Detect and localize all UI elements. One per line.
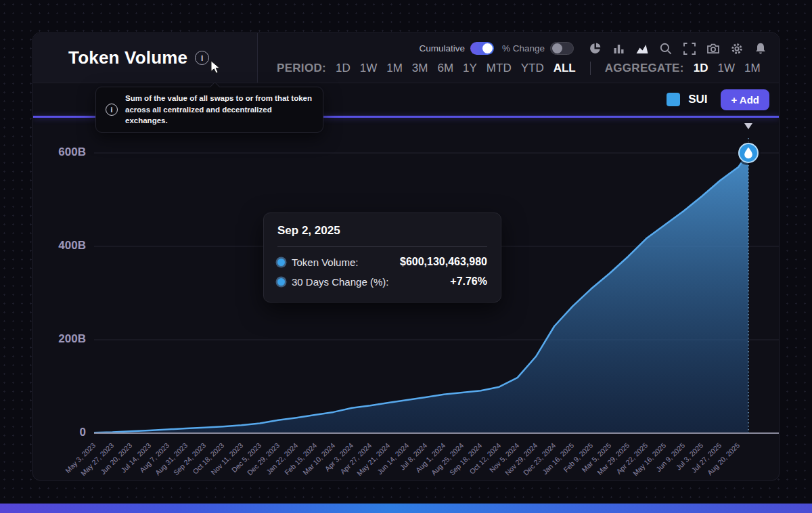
y-axis-label: 200B <box>33 332 86 346</box>
info-icon[interactable]: i <box>195 51 209 65</box>
series-marker-icon <box>277 278 285 286</box>
page-title: Token Volume <box>68 47 187 68</box>
percent-change-toggle[interactable] <box>550 42 574 55</box>
tooltip-row-volume: Token Volume: $600,130,463,980 <box>277 256 487 268</box>
sui-droplet-icon <box>744 147 753 159</box>
y-axis-label: 600B <box>33 146 86 159</box>
aggregate-option-1w[interactable]: 1W <box>717 62 735 75</box>
camera-icon[interactable] <box>706 41 721 56</box>
tooltip-volume-value: $600,130,463,980 <box>400 256 487 268</box>
period-option-1w[interactable]: 1W <box>360 62 378 75</box>
search-icon[interactable] <box>658 41 673 56</box>
bottom-gradient-bar <box>0 504 812 513</box>
add-token-button[interactable]: + Add <box>721 89 769 110</box>
y-axis-label: 0 <box>33 426 86 439</box>
endpoint-marker-triangle <box>744 123 752 129</box>
settings-gear-icon[interactable] <box>729 41 744 56</box>
area-chart-icon[interactable] <box>635 41 650 56</box>
tooltip-row-change: 30 Days Change (%): +7.76% <box>277 275 487 288</box>
aggregate-label: AGGREGATE: <box>605 62 684 75</box>
fullscreen-icon[interactable] <box>682 41 697 56</box>
period-option-1d[interactable]: 1D <box>336 62 351 75</box>
period-option-6m[interactable]: 6M <box>437 62 453 75</box>
bar-chart-icon[interactable] <box>611 41 626 56</box>
token-volume-widget: Token Volume i Cumulative % Change <box>32 32 780 481</box>
period-option-3m[interactable]: 3M <box>412 62 428 75</box>
sui-legend-swatch <box>667 93 680 106</box>
period-aggregate-row: PERIOD: 1D1W1M3M6M1YMTDYTDALL AGGREGATE:… <box>277 62 768 75</box>
tooltip-change-label: 30 Days Change (%): <box>292 276 388 288</box>
percent-change-label: % Change <box>502 43 545 53</box>
period-label: PERIOD: <box>277 62 326 75</box>
title-cell: Token Volume i <box>33 33 258 83</box>
period-option-all[interactable]: ALL <box>554 62 576 75</box>
widget-header: Token Volume i Cumulative % Change <box>33 33 779 83</box>
pie-chart-icon[interactable] <box>587 41 602 56</box>
percent-change-toggle-group: % Change <box>502 42 574 55</box>
cumulative-toggle[interactable] <box>470 42 494 55</box>
chart-toolbar-icons <box>587 41 768 56</box>
info-circle-icon: i <box>106 104 118 116</box>
tooltip-change-value: +7.76% <box>450 275 487 288</box>
period-options: 1D1W1M3M6M1YMTDYTDALL <box>336 62 576 75</box>
header-controls: Cumulative % Change <box>258 33 779 83</box>
period-option-mtd[interactable]: MTD <box>487 62 512 75</box>
period-option-1y[interactable]: 1Y <box>463 62 477 75</box>
y-axis-label: 400B <box>33 239 86 252</box>
period-option-ytd[interactable]: YTD <box>521 62 544 75</box>
period-option-1m[interactable]: 1M <box>386 62 403 75</box>
series-marker-icon <box>277 259 285 266</box>
notifications-bell-icon[interactable] <box>753 41 768 56</box>
tooltip-date: Sep 2, 2025 <box>277 224 487 238</box>
sui-token-endpoint-badge[interactable] <box>738 143 759 163</box>
aggregate-options: 1D1W1M <box>694 62 761 75</box>
controls-top-row: Cumulative % Change <box>277 41 768 56</box>
sui-legend-label: SUI <box>688 93 707 106</box>
info-tooltip-text: Sum of the value of all swaps to or from… <box>125 93 313 127</box>
cumulative-toggle-group: Cumulative <box>419 42 494 55</box>
chart-hover-tooltip: Sep 2, 2025 Token Volume: $600,130,463,9… <box>263 213 501 303</box>
chart-area[interactable]: 0200B400B600B May 3, 2023May 27, 2023Jun… <box>33 118 779 481</box>
info-tooltip: i Sum of the value of all swaps to or fr… <box>95 87 323 133</box>
mouse-cursor <box>210 60 221 77</box>
cumulative-label: Cumulative <box>419 43 465 53</box>
vertical-divider <box>590 62 591 75</box>
aggregate-option-1d[interactable]: 1D <box>694 62 708 75</box>
desktop-background: Token Volume i Cumulative % Change <box>0 0 812 513</box>
tooltip-volume-label: Token Volume: <box>292 256 358 268</box>
aggregate-option-1m[interactable]: 1M <box>744 62 761 75</box>
toggle-knob <box>482 43 493 53</box>
tooltip-divider <box>277 246 487 247</box>
toggle-knob <box>552 43 562 53</box>
